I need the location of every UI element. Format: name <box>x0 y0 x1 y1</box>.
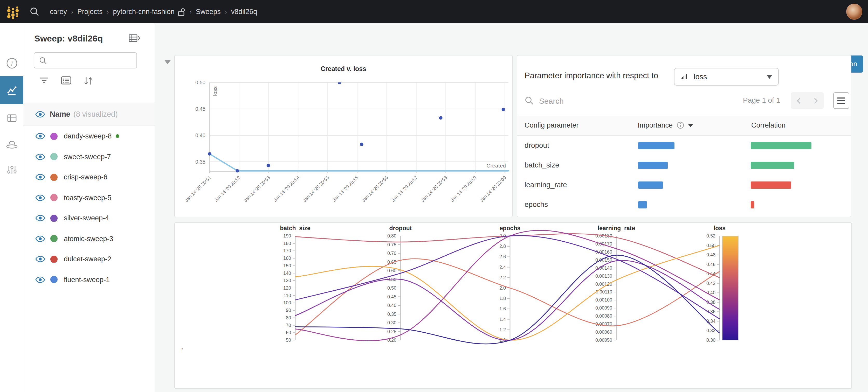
metric-bars-icon <box>680 72 689 81</box>
axis-tick-label: 0.75 <box>387 242 396 247</box>
axis-tick-label: 1.4 <box>499 317 506 322</box>
next-page-button[interactable] <box>807 92 824 109</box>
run-row[interactable]: atomic-sweep-3 <box>23 228 155 249</box>
importance-search-input[interactable] <box>538 92 652 109</box>
axis-title[interactable]: batch_size <box>280 225 311 231</box>
table-tab-icon[interactable] <box>0 106 23 130</box>
table-menu-button[interactable] <box>833 92 849 109</box>
axis-title[interactable]: learning_rate <box>598 225 635 231</box>
metric-dropdown-value: loss <box>694 73 707 81</box>
parallel-coordinates-chart[interactable]: batch_size190180170160150140130120110100… <box>175 223 851 388</box>
run-visibility-eye-icon[interactable] <box>35 275 45 283</box>
correlation-bar <box>751 201 754 208</box>
axis-tick-label: 2.4 <box>499 265 506 270</box>
charts-tab-icon[interactable] <box>0 76 23 104</box>
avatar[interactable] <box>846 4 862 20</box>
run-data-point[interactable] <box>360 142 363 146</box>
filter-icon[interactable] <box>39 75 49 88</box>
run-data-point[interactable] <box>236 169 239 172</box>
run-data-point[interactable] <box>267 164 270 167</box>
run-data-point[interactable] <box>502 107 505 111</box>
sweeps-hat-icon[interactable] <box>0 132 23 156</box>
run-line[interactable] <box>295 246 720 340</box>
importance-table-row[interactable]: batch_size <box>517 156 851 175</box>
axis-tick-label: 160 <box>283 256 291 261</box>
chart-title: Created v. loss <box>321 65 366 72</box>
run-visibility-eye-icon[interactable] <box>35 255 45 263</box>
run-visibility-eye-icon[interactable] <box>35 173 45 181</box>
visibility-all-eye-icon[interactable] <box>35 110 45 118</box>
importance-bar <box>638 201 647 208</box>
breadcrumb-item[interactable]: Projects <box>77 8 103 15</box>
sort-icon[interactable] <box>83 75 94 89</box>
sliders-icon[interactable] <box>0 158 23 182</box>
axis-tick-label: 1.2 <box>499 327 506 332</box>
run-visibility-eye-icon[interactable] <box>35 132 45 140</box>
open-runs-table-icon[interactable] <box>129 33 140 43</box>
wandb-app: carey›Projects›pytorch-cnn-fashion›Sweep… <box>0 0 868 392</box>
run-data-point[interactable] <box>208 152 211 156</box>
run-row[interactable]: crisp-sweep-6 <box>23 167 155 187</box>
run-row[interactable]: sweet-sweep-7 <box>23 146 155 167</box>
run-visibility-eye-icon[interactable] <box>35 153 45 161</box>
axis-tick-label: 180 <box>283 241 291 246</box>
sweep-title: Sweep: v8dil26q <box>34 34 103 44</box>
run-line[interactable] <box>295 236 720 319</box>
run-row[interactable]: toasty-sweep-5 <box>23 188 155 208</box>
importance-table-row[interactable]: epochs <box>517 195 851 215</box>
run-data-point[interactable] <box>439 116 442 120</box>
run-color-dot <box>50 132 58 140</box>
run-row[interactable]: dandy-sweep-8 <box>23 126 155 146</box>
run-line[interactable] <box>295 234 720 277</box>
importance-table-row[interactable]: dropout <box>517 136 851 156</box>
breadcrumb-item[interactable]: v8dil26q <box>231 8 257 15</box>
navbar-search-icon[interactable] <box>30 7 39 17</box>
run-visibility-eye-icon[interactable] <box>35 235 45 242</box>
sidebar-search-input[interactable] <box>51 56 136 65</box>
left-rail: i <box>0 23 23 392</box>
run-line[interactable] <box>295 255 720 344</box>
axis-tick-label: 110 <box>283 293 291 298</box>
run-color-dot <box>50 276 58 283</box>
run-row[interactable]: fluent-sweep-1 <box>23 269 155 290</box>
breadcrumb-separator: › <box>67 8 77 15</box>
breadcrumb-item[interactable]: carey <box>50 8 67 15</box>
list-settings-icon[interactable] <box>61 75 71 88</box>
importance-table-row[interactable]: learning_rate <box>517 175 851 195</box>
run-row[interactable]: silver-sweep-4 <box>23 208 155 228</box>
axis-tick-label: 50 <box>286 337 291 343</box>
axis-tick-label: 0.50 <box>387 286 396 291</box>
y-axis-label: loss <box>212 86 218 96</box>
importance-table-header: Config parameter Importance Correlation <box>517 116 851 136</box>
created-vs-loss-chart[interactable]: Created v. lossJan 14 '20 20:51Jan 14 '2… <box>175 56 512 217</box>
prev-page-button[interactable] <box>791 92 807 109</box>
collapse-triangle-icon <box>164 60 171 64</box>
run-visibility-eye-icon[interactable] <box>35 214 45 222</box>
run-line[interactable] <box>295 230 720 341</box>
breadcrumb-item[interactable]: Sweeps <box>196 8 221 15</box>
axis-tick-label: 60 <box>286 330 291 335</box>
x-tick-label: Jan 14 '20 20:59 <box>450 175 477 203</box>
axis-tick-label: 0.42 <box>706 281 715 286</box>
breadcrumb-item[interactable]: pytorch-cnn-fashion <box>113 8 175 15</box>
info-icon[interactable]: i <box>0 51 23 75</box>
axis-tick-label: 0.48 <box>706 252 715 257</box>
axis-tick-label: 2.2 <box>499 275 506 280</box>
axis-tick-label: 0.52 <box>706 233 715 238</box>
run-row[interactable]: dulcet-sweep-2 <box>23 249 155 269</box>
metric-dropdown[interactable]: loss <box>674 68 779 86</box>
axis-title[interactable]: loss <box>714 225 725 231</box>
axis-title[interactable]: dropout <box>390 225 412 231</box>
wandb-logo-icon[interactable] <box>5 4 21 20</box>
correlation-bar <box>751 182 791 189</box>
axis-tick-label: 0.00100 <box>595 297 612 302</box>
correlation-bar <box>751 162 794 169</box>
importance-column-header[interactable]: Importance <box>638 121 693 129</box>
run-visibility-eye-icon[interactable] <box>35 194 45 201</box>
axis-title[interactable]: epochs <box>500 225 521 231</box>
axis-tick-label: 0.34 <box>706 319 715 324</box>
y-tick-label: 0.50 <box>195 79 206 85</box>
main-content: VISUALIZATIONS Add a visualization Creat… <box>155 23 868 392</box>
run-name: dandy-sweep-8 <box>64 132 112 140</box>
run-data-point[interactable] <box>338 80 341 84</box>
